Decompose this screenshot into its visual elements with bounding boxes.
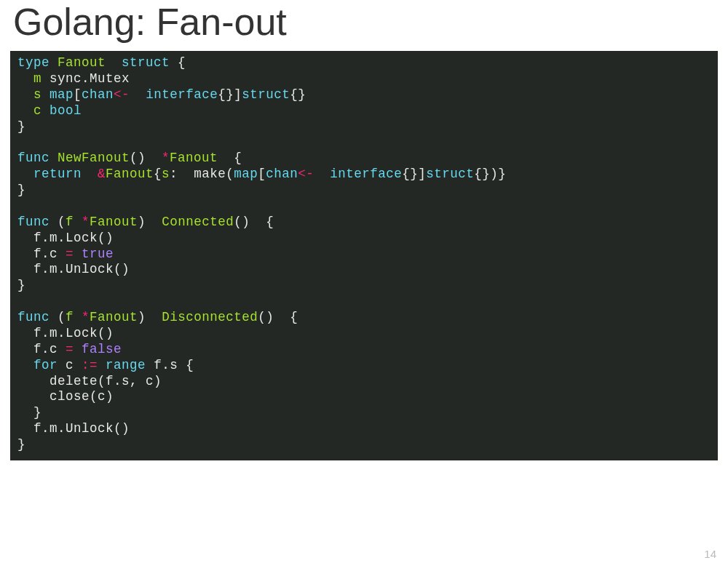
kw-range: range <box>106 358 146 372</box>
bracket: [ <box>74 87 82 102</box>
ident-newfanout: NewFanout <box>58 151 130 165</box>
kw-func: func <box>17 310 50 324</box>
stmt-lock: f.m.Lock() <box>33 231 114 245</box>
type-mutex: sync.Mutex <box>50 71 130 86</box>
var-c: c <box>66 358 74 372</box>
expr: f.s <box>154 358 178 372</box>
bracket: [ <box>258 167 266 181</box>
stmt-lock: f.m.Lock() <box>33 326 114 340</box>
parens: () <box>130 151 146 165</box>
brace: { <box>186 358 194 372</box>
op-star: * <box>82 310 90 324</box>
kw-type: type <box>17 55 50 70</box>
op-arrow: <- <box>298 167 314 181</box>
kw-map: map <box>50 87 74 102</box>
brace-close: } <box>17 437 25 452</box>
kw-for: for <box>33 358 58 372</box>
op-star: * <box>162 151 170 165</box>
braces: {}] <box>218 87 242 102</box>
brace-close: } <box>33 405 41 420</box>
paren: ( <box>226 167 234 181</box>
kw-chan: chan <box>266 167 298 181</box>
stmt-delete: delete(f.s, c) <box>50 374 162 388</box>
const-true: true <box>82 247 114 261</box>
kw-func: func <box>17 215 50 229</box>
kw-struct: struct <box>242 87 290 102</box>
recv-type: Fanout <box>90 215 138 229</box>
colon: : <box>170 167 178 181</box>
lhs: f.c <box>33 247 58 261</box>
method-disconnected: Disconnected <box>162 310 258 324</box>
brace-close: } <box>17 119 25 134</box>
ident-fanout: Fanout <box>106 167 154 181</box>
code-block: type Fanout struct { m sync.Mutex s map[… <box>10 51 718 460</box>
recv-f: f <box>66 310 74 324</box>
field-s: s <box>162 167 170 181</box>
lhs: f.c <box>33 342 58 356</box>
stmt-unlock: f.m.Unlock() <box>33 421 130 436</box>
brace-close: } <box>17 183 25 197</box>
brace: { <box>154 167 162 181</box>
method-connected: Connected <box>162 215 234 229</box>
field-c: c <box>33 103 41 118</box>
op-arrow: <- <box>114 87 130 102</box>
op-decl: := <box>82 358 98 372</box>
kw-map: map <box>234 167 258 181</box>
stmt-close: close(c) <box>50 389 114 404</box>
braces: {})} <box>474 167 506 181</box>
kw-struct: struct <box>122 55 170 70</box>
page-number: 14 <box>704 548 716 560</box>
parens: () <box>258 310 274 324</box>
call-make: make <box>194 167 226 181</box>
brace-close: } <box>17 278 25 292</box>
field-m: m <box>33 71 41 86</box>
field-s: s <box>33 87 41 102</box>
op-amp: & <box>98 167 106 181</box>
parens: () <box>234 215 250 229</box>
braces: {} <box>290 87 306 102</box>
brace: { <box>178 55 186 70</box>
kw-interface: interface <box>330 167 402 181</box>
op-assign: = <box>66 247 74 261</box>
kw-chan: chan <box>82 87 114 102</box>
paren: ( <box>58 215 66 229</box>
kw-interface: interface <box>146 87 218 102</box>
paren: ) <box>138 215 146 229</box>
paren: ( <box>58 310 66 324</box>
braces: {}] <box>402 167 426 181</box>
recv-f: f <box>66 215 74 229</box>
brace: { <box>234 151 242 165</box>
kw-return: return <box>33 167 82 181</box>
paren: ) <box>138 310 146 324</box>
op-star: * <box>82 215 90 229</box>
recv-type: Fanout <box>90 310 138 324</box>
kw-struct: struct <box>426 167 474 181</box>
stmt-unlock: f.m.Unlock() <box>33 262 130 276</box>
brace: { <box>290 310 298 324</box>
const-false: false <box>82 342 122 356</box>
ret-type: Fanout <box>170 151 218 165</box>
slide-title: Golang: Fan-out <box>0 0 728 51</box>
kw-func: func <box>17 151 50 165</box>
op-assign: = <box>66 342 74 356</box>
type-bool: bool <box>50 103 82 118</box>
ident-fanout: Fanout <box>58 55 106 70</box>
brace: { <box>266 215 274 229</box>
